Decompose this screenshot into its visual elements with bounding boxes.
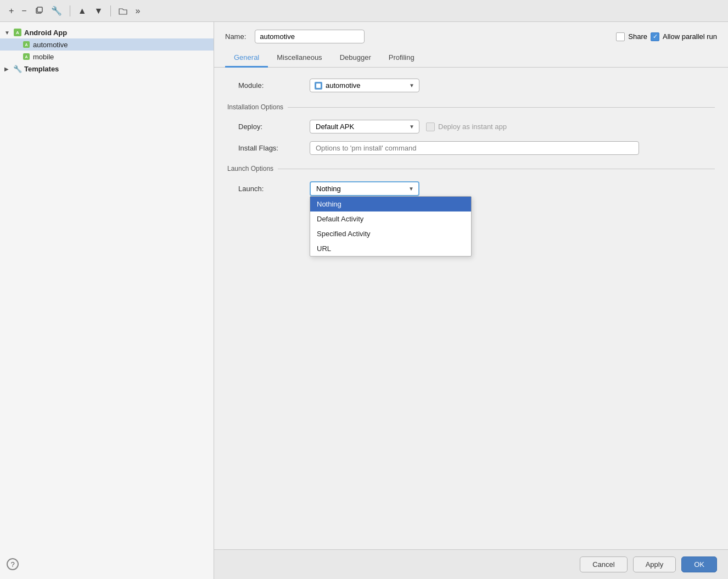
templates-arrow: ▶ bbox=[4, 66, 11, 72]
ok-button[interactable]: OK bbox=[681, 556, 717, 572]
sidebar-label-mobile: mobile bbox=[33, 53, 54, 61]
share-checkbox[interactable] bbox=[616, 32, 625, 41]
sidebar-item-mobile[interactable]: A mobile bbox=[0, 51, 214, 63]
right-panel: Name: Share ✓ Allow parallel run General… bbox=[214, 22, 728, 579]
module-row: Module: automotive ▼ bbox=[227, 79, 715, 92]
launch-container: Nothing ▼ Nothing Default Activity Speci… bbox=[310, 181, 419, 196]
sidebar-item-templates[interactable]: ▶ 🔧 Templates bbox=[0, 63, 214, 75]
sidebar-label-automotive: automotive bbox=[33, 41, 68, 49]
instant-app-area: Deploy as instant app bbox=[426, 123, 507, 131]
automotive-android-icon: A bbox=[22, 40, 31, 49]
name-row: Name: Share ✓ Allow parallel run bbox=[214, 22, 728, 49]
tab-profiling[interactable]: Profiling bbox=[380, 49, 423, 68]
toolbar-separator bbox=[70, 5, 70, 16]
launch-row: Launch: Nothing ▼ Nothing Default Activi… bbox=[227, 181, 715, 196]
sidebar: ▼ A Android App A automotive A mobile ▶ bbox=[0, 22, 214, 579]
launch-arrow: ▼ bbox=[408, 186, 414, 192]
android-app-icon: A bbox=[13, 28, 22, 37]
toolbar: + − 🔧 ▲ ▼ » bbox=[0, 0, 728, 22]
deploy-select[interactable]: Default APK ▼ bbox=[310, 120, 419, 133]
module-arrow: ▼ bbox=[409, 82, 415, 88]
launch-label: Launch: bbox=[238, 185, 310, 193]
module-value: automotive bbox=[326, 81, 361, 90]
tab-debugger[interactable]: Debugger bbox=[331, 49, 380, 68]
install-flags-label: Install Flags: bbox=[238, 144, 310, 152]
deploy-label: Deploy: bbox=[238, 123, 310, 131]
move-down-button[interactable]: ▼ bbox=[92, 5, 105, 17]
allow-parallel-checkbox[interactable]: ✓ bbox=[651, 32, 659, 41]
more-button[interactable]: » bbox=[133, 5, 142, 17]
help-button[interactable]: ? bbox=[7, 558, 19, 570]
allow-parallel-label: Allow parallel run bbox=[663, 32, 717, 41]
cancel-button[interactable]: Cancel bbox=[580, 556, 627, 572]
install-flags-row: Install Flags: bbox=[227, 141, 715, 155]
sidebar-item-android-app[interactable]: ▼ A Android App bbox=[0, 26, 214, 38]
tabs: General Miscellaneous Debugger Profiling bbox=[214, 49, 728, 68]
apply-button[interactable]: Apply bbox=[633, 556, 676, 572]
deploy-controls: Default APK ▼ Deploy as instant app bbox=[310, 120, 507, 133]
launch-dropdown-popup: Nothing Default Activity Specified Activ… bbox=[310, 196, 472, 257]
sidebar-bottom: ? bbox=[0, 554, 214, 575]
content-area: Module: automotive ▼ Installation Option… bbox=[214, 68, 728, 549]
module-select[interactable]: automotive ▼ bbox=[310, 79, 419, 92]
move-up-button[interactable]: ▲ bbox=[76, 5, 89, 17]
launch-option-nothing[interactable]: Nothing bbox=[310, 197, 471, 211]
share-label: Share bbox=[628, 32, 647, 41]
launch-section-label: Launch Options bbox=[227, 165, 715, 172]
launch-option-specified-activity[interactable]: Specified Activity bbox=[310, 226, 471, 241]
deploy-arrow: ▼ bbox=[409, 124, 415, 130]
share-area: Share ✓ Allow parallel run bbox=[616, 32, 717, 41]
templates-wrench-icon: 🔧 bbox=[13, 64, 22, 73]
folder-button[interactable] bbox=[116, 6, 130, 16]
installation-section-label: Installation Options bbox=[227, 103, 715, 111]
svg-rect-1 bbox=[37, 7, 42, 12]
launch-option-default-activity[interactable]: Default Activity bbox=[310, 211, 471, 226]
instant-app-checkbox bbox=[426, 123, 435, 131]
install-flags-input[interactable] bbox=[310, 141, 639, 155]
wrench-button[interactable]: 🔧 bbox=[49, 4, 64, 17]
sidebar-item-automotive[interactable]: A automotive bbox=[0, 38, 214, 51]
main-content: ▼ A Android App A automotive A mobile ▶ bbox=[0, 22, 728, 579]
expand-arrow: ▼ bbox=[4, 30, 11, 36]
launch-select[interactable]: Nothing ▼ bbox=[310, 181, 419, 196]
instant-app-label: Deploy as instant app bbox=[438, 123, 507, 131]
deploy-row: Deploy: Default APK ▼ Deploy as instant … bbox=[227, 120, 715, 133]
toolbar-separator-2 bbox=[110, 5, 111, 16]
tab-miscellaneous[interactable]: Miscellaneous bbox=[268, 49, 331, 68]
name-label: Name: bbox=[225, 32, 246, 41]
module-label: Module: bbox=[238, 81, 310, 90]
remove-button[interactable]: − bbox=[19, 5, 29, 17]
deploy-value: Default APK bbox=[316, 123, 354, 131]
sidebar-label-android-app: Android App bbox=[24, 29, 67, 37]
name-input[interactable] bbox=[255, 30, 365, 43]
sidebar-label-templates: Templates bbox=[24, 65, 59, 73]
bottom-bar: Cancel Apply OK bbox=[214, 549, 728, 579]
launch-option-url[interactable]: URL bbox=[310, 241, 471, 256]
module-icon bbox=[315, 82, 322, 90]
mobile-android-icon: A bbox=[22, 52, 31, 61]
tab-general[interactable]: General bbox=[225, 49, 268, 68]
copy-button[interactable] bbox=[32, 5, 46, 16]
launch-value: Nothing bbox=[316, 185, 341, 193]
add-button[interactable]: + bbox=[7, 5, 16, 17]
